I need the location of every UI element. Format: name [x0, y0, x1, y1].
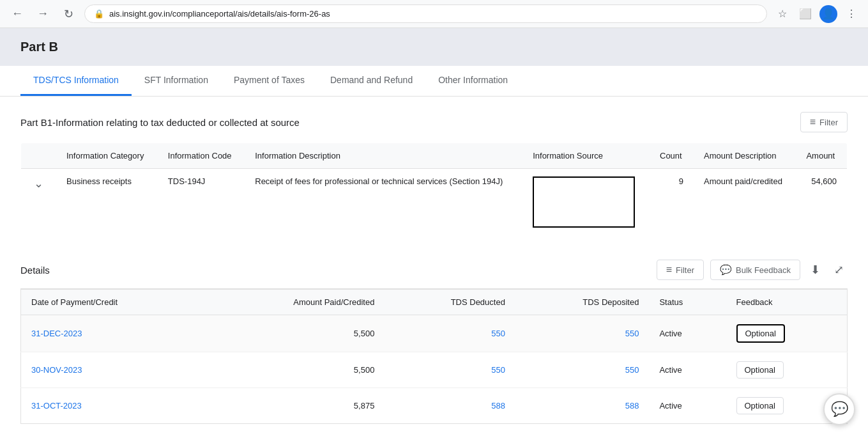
menu-icon[interactable]: ⋮ — [842, 5, 860, 23]
section-title: Part B1-Information relating to tax dedu… — [20, 117, 300, 128]
details-row: 30-NOV-2023 5,500 550 550 Active Optiona… — [21, 352, 848, 388]
reload-button[interactable]: ↻ — [59, 4, 78, 24]
tds-deposited-cell: 550 — [515, 315, 650, 352]
amount-paid-cell: 5,875 — [208, 388, 385, 424]
status-cell: Active — [649, 352, 726, 388]
expand-view-icon: ⤢ — [834, 263, 844, 276]
expand-view-button[interactable]: ⤢ — [830, 259, 848, 281]
expand-button[interactable]: ⌄ — [31, 176, 46, 191]
status-cell: Active — [649, 388, 726, 424]
details-filter-button[interactable]: ≡ Filter — [657, 260, 704, 280]
feedback-icon: 💬 — [720, 264, 732, 276]
url-text: ais.insight.gov.in/complianceportal/ais/… — [109, 9, 758, 19]
amount-description-header: Amount Description — [694, 143, 796, 169]
details-row: 31-DEC-2023 5,500 550 550 Active Optiona… — [21, 315, 848, 352]
description-cell: Receipt of fees for professional or tech… — [245, 169, 522, 236]
expand-col-header — [21, 143, 57, 169]
tab-payment[interactable]: Payment of Taxes — [221, 66, 317, 96]
amount-header: Amount — [796, 143, 847, 169]
tds-deposited-cell: 550 — [515, 352, 650, 388]
lock-icon: 🔒 — [94, 9, 104, 19]
optional-button[interactable]: Optional — [736, 324, 785, 343]
amount-paid-cell: 5,500 — [208, 315, 385, 352]
tds-deducted-header: TDS Deducted — [385, 290, 515, 315]
info-source-header: Information Source — [522, 143, 650, 169]
tab-demand[interactable]: Demand and Refund — [317, 66, 425, 96]
feedback-header: Feedback — [726, 290, 848, 315]
feedback-cell: Optional — [726, 352, 848, 388]
details-actions: ≡ Filter 💬 Bulk Feedback ⬇ ⤢ — [657, 259, 848, 281]
filter-icon: ≡ — [810, 116, 816, 128]
filter-button[interactable]: ≡ Filter — [800, 112, 848, 132]
part-b-title: Part B — [20, 40, 58, 54]
download-button[interactable]: ⬇ — [807, 259, 824, 281]
amount-cell: 54,600 — [796, 169, 847, 236]
page-container: Part B TDS/TCS Information SFT Informati… — [0, 28, 868, 438]
category-cell: Business receipts — [56, 169, 158, 236]
filter-icon-details: ≡ — [666, 264, 672, 276]
tab-tds-tcs[interactable]: TDS/TCS Information — [20, 66, 132, 96]
details-header: Details ≡ Filter 💬 Bulk Feedback ⬇ ⤢ — [20, 251, 848, 289]
date-cell: 31-DEC-2023 — [21, 315, 208, 352]
chat-icon: 💬 — [831, 401, 848, 418]
section-header: Part B1-Information relating to tax dedu… — [20, 112, 848, 132]
bookmark-icon[interactable]: ☆ — [773, 5, 791, 23]
info-description-header: Information Description — [245, 143, 522, 169]
code-cell: TDS-194J — [158, 169, 245, 236]
date-cell: 30-NOV-2023 — [21, 352, 208, 388]
details-row: 31-OCT-2023 5,875 588 588 Active Optiona… — [21, 388, 848, 424]
amount-paid-header: Amount Paid/Credited — [208, 290, 385, 315]
details-section: Details ≡ Filter 💬 Bulk Feedback ⬇ ⤢ — [20, 251, 848, 424]
info-category-header: Information Category — [56, 143, 158, 169]
amount-paid-cell: 5,500 — [208, 352, 385, 388]
optional-button[interactable]: Optional — [736, 397, 784, 414]
tds-deducted-cell: 550 — [385, 315, 515, 352]
profile-icon[interactable]: 👤 — [819, 5, 837, 23]
content-area: Part B1-Information relating to tax dedu… — [0, 97, 868, 438]
tds-deducted-cell: 588 — [385, 388, 515, 424]
status-cell: Active — [649, 315, 726, 352]
chat-button[interactable]: 💬 — [823, 393, 855, 425]
main-table: Information Category Information Code In… — [20, 143, 848, 236]
feedback-cell: Optional — [726, 315, 848, 352]
browser-actions: ☆ ⬜ 👤 ⋮ — [773, 5, 860, 23]
date-header: Date of Payment/Credit — [21, 290, 208, 315]
tds-deposited-cell: 588 — [515, 388, 650, 424]
count-header: Count — [650, 143, 694, 169]
details-table: Date of Payment/Credit Amount Paid/Credi… — [20, 289, 848, 424]
bulk-feedback-button[interactable]: 💬 Bulk Feedback — [710, 260, 800, 280]
date-cell: 31-OCT-2023 — [21, 388, 208, 424]
part-b-header: Part B — [0, 28, 868, 66]
tabs-container: TDS/TCS Information SFT Information Paym… — [0, 66, 868, 97]
download-icon: ⬇ — [811, 263, 820, 276]
tab-sft[interactable]: SFT Information — [132, 66, 221, 96]
expand-cell[interactable]: ⌄ — [21, 169, 57, 236]
split-view-icon[interactable]: ⬜ — [796, 5, 814, 23]
count-cell: 9 — [650, 169, 694, 236]
tds-deducted-cell: 550 — [385, 352, 515, 388]
info-code-header: Information Code — [158, 143, 245, 169]
browser-bar: ← → ↻ 🔒 ais.insight.gov.in/compliancepor… — [0, 0, 868, 28]
optional-button[interactable]: Optional — [736, 361, 784, 379]
back-button[interactable]: ← — [8, 4, 27, 24]
status-header: Status — [649, 290, 726, 315]
address-bar[interactable]: 🔒 ais.insight.gov.in/complianceportal/ai… — [84, 4, 767, 23]
info-source-cell — [522, 169, 650, 236]
amount-desc-cell: Amount paid/credited — [694, 169, 796, 236]
details-title: Details — [20, 265, 50, 276]
tab-other[interactable]: Other Information — [425, 66, 521, 96]
forward-button[interactable]: → — [33, 4, 52, 24]
table-row: ⌄ Business receipts TDS-194J Receipt of … — [21, 169, 848, 236]
tds-deposited-header: TDS Deposited — [515, 290, 650, 315]
info-source-box — [533, 176, 635, 228]
